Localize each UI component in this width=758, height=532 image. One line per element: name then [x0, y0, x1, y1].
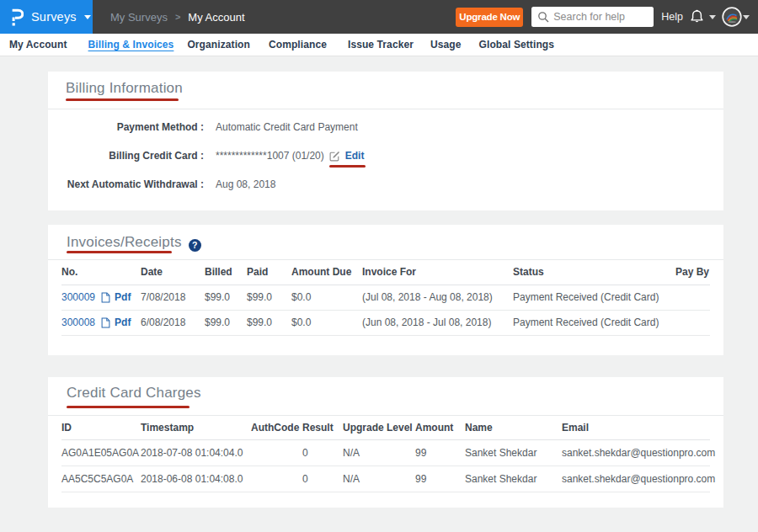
charges-table: ID Timestamp AuthCode Result Upgrade Lev… — [61, 416, 710, 493]
charge-upgrade-level: N/A — [343, 466, 415, 492]
questionpro-logo-icon — [11, 8, 24, 26]
topbar-actions: Upgrade Now Help — [456, 7, 758, 27]
chevron-down-icon — [709, 15, 716, 19]
invoices-table: No. Date Billed Paid Amount Due Invoice … — [61, 260, 710, 336]
invoice-paid: $99.0 — [247, 310, 291, 335]
charge-amount: 99 — [415, 466, 465, 492]
product-switcher[interactable]: Surveys — [0, 0, 93, 34]
col-no: No. — [61, 260, 141, 285]
charges-table-wrap: ID Timestamp AuthCode Result Upgrade Lev… — [48, 416, 723, 508]
tab-billing-invoices[interactable]: Billing & Invoices — [88, 39, 174, 51]
card-number-masked: *************1007 (01/20) — [216, 150, 324, 162]
payment-method-label: Payment Method : — [48, 121, 204, 133]
invoice-pay-by — [675, 310, 710, 335]
invoices-header-row: No. Date Billed Paid Amount Due Invoice … — [61, 260, 710, 285]
next-withdrawal-label: Next Automatic Withdrawal : — [48, 178, 204, 190]
invoice-no-cell: 300009 Pdf — [61, 291, 141, 303]
charge-name: Sanket Shekdar — [465, 440, 562, 466]
red-underline-annotation — [329, 165, 366, 168]
invoice-date: 6/08/2018 — [141, 310, 205, 335]
col-amount: Amount — [415, 416, 465, 440]
invoice-number-link[interactable]: 300008 — [61, 317, 95, 328]
charge-result: 0 — [302, 466, 343, 492]
charge-email: sanket.shekdar@questionpro.com — [562, 440, 710, 466]
invoice-pay-by — [675, 285, 710, 310]
tab-organization[interactable]: Organization — [187, 39, 250, 51]
charge-upgrade-level: N/A — [343, 440, 415, 466]
invoice-amount-due: $0.0 — [291, 310, 362, 335]
invoice-status: Payment Received (Credit Card) — [513, 310, 675, 335]
invoice-date: 7/08/2018 — [141, 285, 205, 310]
col-amount-due: Amount Due — [291, 260, 362, 285]
invoice-for: (Jul 08, 2018 - Aug 08, 2018) — [362, 285, 513, 310]
charge-authcode — [251, 440, 302, 466]
charge-row: AG0A1E05AG0A 2018-07-08 01:04:04.0 0 N/A… — [61, 440, 710, 466]
avatar — [722, 7, 742, 27]
col-timestamp: Timestamp — [141, 416, 251, 440]
breadcrumb-my-surveys[interactable]: My Surveys — [110, 11, 168, 24]
pdf-file-icon — [101, 317, 110, 328]
col-result: Result — [302, 416, 343, 440]
payment-method-row: Payment Method : Automatic Credit Card P… — [48, 113, 723, 141]
red-underline-annotation — [67, 406, 190, 408]
billing-information-header: Billing Information — [48, 72, 723, 109]
section-title-credit-card-charges: Credit Card Charges — [67, 385, 201, 402]
tab-my-account[interactable]: My Account — [9, 39, 67, 51]
notifications-button[interactable] — [688, 8, 716, 26]
content: Billing Information Payment Method : Aut… — [0, 56, 758, 508]
invoice-status: Payment Received (Credit Card) — [513, 285, 675, 310]
product-name: Surveys — [31, 10, 77, 24]
section-title-invoices-receipts: Invoices/Receipts — [67, 234, 182, 251]
red-underline-annotation — [66, 98, 179, 101]
billing-credit-card-value: *************1007 (01/20) Edit — [216, 150, 364, 162]
invoice-pdf-link[interactable]: Pdf — [115, 291, 131, 303]
col-authcode: AuthCode — [251, 416, 302, 440]
tab-usage[interactable]: Usage — [430, 39, 462, 51]
col-pay-by: Pay By — [675, 260, 710, 285]
bell-icon — [688, 8, 706, 26]
tab-issue-tracker[interactable]: Issue Tracker — [348, 39, 414, 51]
tab-compliance[interactable]: Compliance — [269, 39, 327, 51]
help-search — [531, 7, 654, 27]
invoice-number-link[interactable]: 300009 — [61, 291, 95, 303]
invoice-no-cell: 300008 Pdf — [61, 317, 141, 328]
credit-card-charges-card: Credit Card Charges ID Timestamp AuthCod… — [48, 377, 723, 508]
col-invoice-for: Invoice For — [362, 260, 513, 285]
edit-card-link[interactable]: Edit — [345, 150, 365, 162]
invoice-row: 300008 Pdf 6/08/2018 $99.0 $99.0 $0. — [61, 310, 710, 335]
edit-pencil-icon — [329, 151, 340, 162]
account-menu[interactable] — [722, 7, 750, 27]
tab-global-settings[interactable]: Global Settings — [479, 39, 555, 51]
help-link[interactable]: Help — [661, 11, 683, 23]
invoice-pdf-link[interactable]: Pdf — [115, 317, 131, 328]
invoice-row: 300009 Pdf 7/08/2018 $99.0 $99.0 $0. — [61, 285, 710, 310]
help-search-input[interactable] — [531, 7, 654, 27]
section-title-billing-information: Billing Information — [66, 80, 183, 97]
upgrade-now-button[interactable]: Upgrade Now — [456, 8, 523, 27]
invoice-billed: $99.0 — [205, 310, 247, 335]
billing-credit-card-label: Billing Credit Card : — [48, 150, 204, 162]
red-underline-annotation — [67, 251, 172, 253]
account-tabs: My Account Billing & Invoices Organizati… — [0, 34, 758, 56]
col-billed: Billed — [205, 260, 247, 285]
invoice-for: (Jun 08, 2018 - Jul 08, 2018) — [362, 310, 513, 335]
next-withdrawal-row: Next Automatic Withdrawal : Aug 08, 2018 — [48, 170, 723, 199]
billing-information-card: Billing Information Payment Method : Aut… — [48, 72, 723, 210]
charge-email: sanket.shekdar@questionpro.com — [562, 466, 710, 492]
edit-card-action: Edit — [329, 150, 365, 162]
charge-timestamp: 2018-07-08 01:04:04.0 — [141, 440, 251, 466]
charges-header-row: ID Timestamp AuthCode Result Upgrade Lev… — [61, 416, 710, 440]
next-withdrawal-value: Aug 08, 2018 — [216, 178, 275, 190]
col-id: ID — [61, 416, 141, 440]
col-email: Email — [562, 416, 710, 440]
charge-id: AG0A1E05AG0A — [61, 440, 141, 466]
invoice-amount-due: $0.0 — [291, 285, 362, 310]
top-navigation-bar: Surveys My Surveys > My Account Upgrade … — [0, 0, 758, 34]
col-paid: Paid — [247, 260, 291, 285]
payment-method-value: Automatic Credit Card Payment — [216, 121, 358, 133]
col-date: Date — [141, 260, 205, 285]
invoice-billed: $99.0 — [205, 285, 247, 310]
search-icon — [537, 11, 549, 23]
credit-card-charges-header: Credit Card Charges — [48, 377, 723, 416]
help-question-icon[interactable]: ? — [189, 239, 201, 252]
